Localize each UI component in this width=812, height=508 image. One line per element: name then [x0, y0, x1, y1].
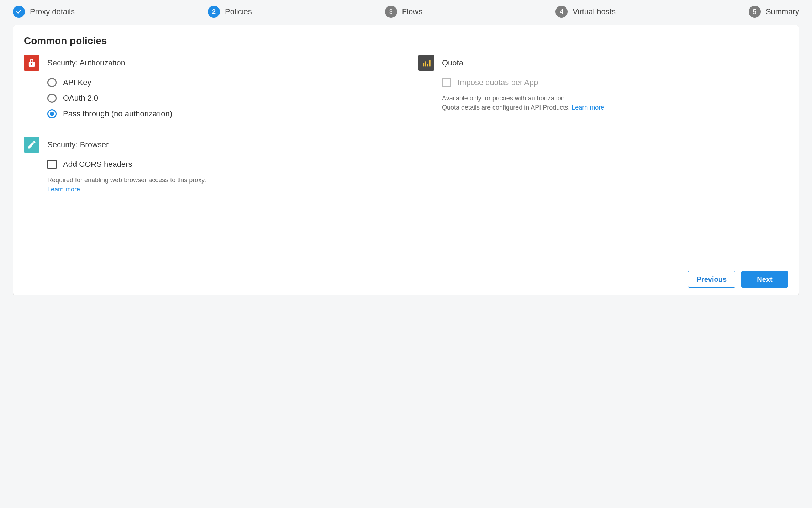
step-policies[interactable]: 2 Policies — [208, 6, 252, 18]
step-divider — [83, 12, 200, 12]
step-label: Policies — [225, 7, 252, 16]
step-number-icon: 3 — [385, 6, 397, 18]
quota-learn-more-link[interactable]: Learn more — [571, 104, 604, 111]
bar-chart-icon — [418, 55, 434, 71]
radio-label: OAuth 2.0 — [63, 94, 98, 103]
svg-rect-0 — [423, 63, 425, 66]
step-proxy-details[interactable]: Proxy details — [13, 6, 75, 18]
wizard-footer: Previous Next — [24, 271, 788, 288]
radio-pass-through[interactable]: Pass through (no authorization) — [47, 109, 394, 118]
checkbox-icon — [442, 78, 451, 87]
quota-title: Quota — [442, 58, 463, 68]
radio-label: Pass through (no authorization) — [63, 109, 172, 118]
page-title: Common policies — [24, 35, 788, 47]
helper-text: Available only for proxies with authoriz… — [442, 95, 566, 102]
svg-rect-1 — [425, 61, 427, 66]
step-divider — [623, 12, 741, 12]
step-number-icon: 5 — [749, 6, 761, 18]
checkbox-cors-headers[interactable]: Add CORS headers — [47, 160, 394, 169]
lock-icon — [24, 55, 39, 71]
radio-oauth[interactable]: OAuth 2.0 — [47, 94, 394, 103]
step-number-icon: 2 — [208, 6, 220, 18]
step-label: Summary — [766, 7, 799, 16]
step-summary[interactable]: 5 Summary — [749, 6, 799, 18]
checkbox-icon — [47, 160, 57, 169]
step-label: Flows — [402, 7, 422, 16]
step-divider — [430, 12, 548, 12]
step-number-icon: 4 — [555, 6, 568, 18]
next-button[interactable]: Next — [741, 271, 788, 288]
security-authorization-block: Security: Authorization API Key OAuth 2.… — [24, 55, 394, 118]
helper-text: Quota details are configured in API Prod… — [442, 104, 570, 111]
security-authorization-title: Security: Authorization — [47, 58, 125, 68]
step-label: Proxy details — [30, 7, 75, 16]
pencil-icon — [24, 137, 39, 153]
helper-text: Required for enabling web browser access… — [47, 176, 206, 184]
radio-label: API Key — [63, 78, 91, 87]
wizard-stepper: Proxy details 2 Policies 3 Flows 4 Virtu… — [13, 6, 799, 25]
radio-api-key[interactable]: API Key — [47, 78, 394, 87]
cors-learn-more-link[interactable]: Learn more — [47, 186, 80, 193]
step-divider — [260, 12, 377, 12]
cors-helper-text: Required for enabling web browser access… — [47, 175, 394, 194]
checkbox-label: Add CORS headers — [63, 160, 132, 169]
step-label: Virtual hosts — [573, 7, 616, 16]
checkbox-label: Impose quotas per App — [458, 78, 538, 87]
check-icon — [13, 6, 25, 18]
radio-icon — [47, 78, 57, 87]
checkbox-impose-quotas: Impose quotas per App — [442, 78, 788, 87]
security-browser-title: Security: Browser — [47, 140, 109, 149]
svg-rect-3 — [429, 60, 431, 66]
step-flows[interactable]: 3 Flows — [385, 6, 422, 18]
radio-icon — [47, 109, 57, 118]
policies-card: Common policies Security: Authorization — [13, 25, 799, 295]
quota-helper-text: Available only for proxies with authoriz… — [442, 94, 788, 112]
svg-rect-2 — [427, 64, 428, 66]
security-browser-block: Security: Browser Add CORS headers Requi… — [24, 137, 394, 194]
quota-block: Quota Impose quotas per App Available on… — [418, 55, 788, 112]
step-virtual-hosts[interactable]: 4 Virtual hosts — [555, 6, 616, 18]
previous-button[interactable]: Previous — [688, 271, 735, 288]
radio-icon — [47, 94, 57, 103]
